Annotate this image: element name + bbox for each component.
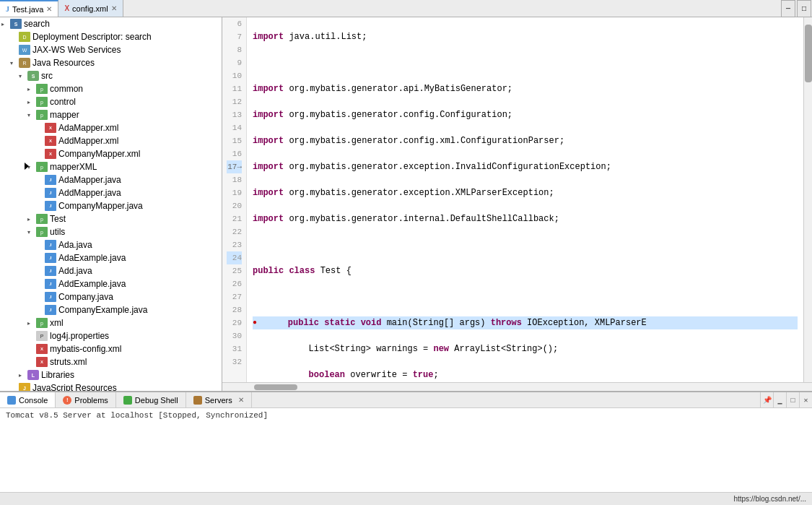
tree-item-label: common (50, 84, 83, 94)
tree-item-addmapper-xml[interactable]: X AddMapper.xml (0, 134, 222, 147)
tab-test-java[interactable]: J Test.java ✕ (0, 0, 58, 17)
tree-item-label: AdaMapper.xml (58, 123, 118, 133)
package-icon: p (36, 110, 48, 120)
horizontal-scrollbar[interactable] (222, 382, 812, 391)
tree-item-label: log4j.properties (50, 331, 109, 341)
tree-item-js-resources[interactable]: J JavaScript Resources (0, 381, 222, 391)
pin-button[interactable]: 📌 (760, 392, 773, 408)
tree-item-adaexample-java[interactable]: J AdaExample.java (0, 251, 222, 264)
tree-item-addexample-java[interactable]: J AddExample.java (0, 277, 222, 290)
tab-debug-shell[interactable]: Debug Shell (116, 392, 186, 407)
code-line-17: ● public static void main(String[] args)… (253, 316, 798, 329)
code-line-15: public class Test { (253, 264, 798, 277)
tree-item-libraries[interactable]: ▸ L Libraries (0, 368, 222, 381)
tab-servers[interactable]: Servers ✕ (186, 392, 252, 407)
tab-problems[interactable]: ! Problems (56, 392, 115, 407)
close-view-button[interactable]: ✕ (799, 392, 812, 408)
tree-item-add-java[interactable]: J Add.java (0, 264, 222, 277)
code-line-8: import org.mybatis.generator.api.MyBatis… (253, 82, 798, 95)
vscroll-thumb[interactable] (805, 25, 812, 82)
code-line-18: List<String> warnings = new ArrayList<St… (253, 342, 798, 355)
tree-item-label: xml (50, 318, 64, 328)
tree-item-companymapper-java[interactable]: J CompanyMapper.java (0, 199, 222, 212)
console-icon (7, 396, 16, 405)
tab-config-xml[interactable]: X config.xml ✕ (58, 0, 123, 17)
toggle-icon: ▾ (27, 112, 36, 118)
tree-item-xml[interactable]: ▸ p xml (0, 316, 222, 329)
tab-close-icon[interactable]: ✕ (111, 4, 117, 12)
maximize-view-button[interactable]: □ (786, 392, 799, 408)
tree-item-deployment[interactable]: D Deployment Descriptor: search (0, 30, 222, 43)
tree-item-adamapper-xml[interactable]: X AdaMapper.xml (0, 121, 222, 134)
tree-item-common[interactable]: ▸ p common (0, 82, 222, 95)
package-icon: p (36, 227, 48, 237)
code-line-7 (253, 56, 798, 69)
code-content[interactable]: import java.util.List; import org.mybati… (247, 17, 803, 382)
xml-file-icon: X (64, 4, 69, 12)
tree-item-mybatis-config[interactable]: X mybatis-config.xml (0, 342, 222, 355)
window-maximize-button[interactable]: □ (797, 0, 811, 17)
project-icon: S (10, 19, 22, 29)
tree-item-test[interactable]: ▸ p Test (0, 212, 222, 225)
minimize-view-button[interactable]: ▁ (773, 392, 786, 408)
tab-label: Servers (205, 396, 232, 405)
tree-item-struts-xml[interactable]: X struts.xml (0, 355, 222, 368)
tab-label: Test.java (12, 5, 43, 14)
bottom-panel: Console ! Problems Debug Shell Servers ✕… (0, 391, 812, 492)
toggle-icon: ▾ (19, 73, 27, 79)
code-line-16 (253, 290, 798, 303)
tree-item-label: CompanyExample.java (58, 305, 147, 315)
problems-icon: ! (63, 396, 71, 405)
tree-item-jaxws[interactable]: W JAX-WS Web Services (0, 43, 222, 56)
code-line-9: import org.mybatis.generator.config.Conf… (253, 108, 798, 121)
vertical-scrollbar[interactable] (803, 17, 812, 382)
java-icon: J (45, 188, 56, 198)
tree-item-label: JAX-WS Web Services (32, 45, 121, 55)
tree-item-adamapper-java[interactable]: J AdaMapper.java (0, 173, 222, 186)
tree-item-label: Libraries (41, 370, 74, 380)
package-icon: p (36, 214, 48, 224)
tab-close-icon[interactable]: ✕ (46, 5, 52, 13)
tree-item-company-java[interactable]: J Company.java (0, 290, 222, 303)
tree-item-label: Deployment Descriptor: search (32, 32, 152, 42)
debug-icon (123, 396, 132, 405)
editor-area: 6 7 8 9 10 11 12 13 14 15 16 17→ 18 19 2… (222, 17, 812, 391)
java-icon: J (45, 240, 56, 250)
tree-item-search[interactable]: ▸ S search (0, 17, 222, 30)
console-line: Tomcat v8.5 Server at localhost [Stopped… (6, 411, 806, 420)
hscroll-thumb[interactable] (254, 384, 297, 390)
java-icon: J (45, 201, 56, 211)
tree-item-label: search (24, 19, 50, 29)
tree-item-companyexample-java[interactable]: J CompanyExample.java (0, 303, 222, 316)
console-content: Tomcat v8.5 Server at localhost [Stopped… (0, 408, 812, 492)
tree-item-log4j[interactable]: P log4j.properties (0, 329, 222, 342)
toggle-icon: ▸ (1, 21, 10, 27)
code-container[interactable]: 6 7 8 9 10 11 12 13 14 15 16 17→ 18 19 2… (222, 17, 812, 382)
tree-item-label: struts.xml (50, 357, 87, 367)
tree-item-utils[interactable]: ▾ p utils (0, 225, 222, 238)
tree-item-addmapper-java[interactable]: J AddMapper.java (0, 186, 222, 199)
tree-item-mapper[interactable]: ▾ p mapper (0, 108, 222, 121)
java-icon: J (45, 305, 56, 315)
tree-item-label: AddMapper.xml (58, 136, 118, 146)
tree-item-label: CompanyMapper.xml (58, 149, 140, 159)
status-url: https://blog.csdn.net/... (733, 495, 806, 503)
toggle-icon: ▾ (27, 229, 36, 236)
tree-item-mapperxml[interactable]: ▾ p mapperXML (0, 160, 222, 173)
package-icon: p (36, 97, 48, 107)
toggle-icon: ▸ (19, 372, 27, 379)
tree-item-control[interactable]: ▸ p control (0, 95, 222, 108)
tab-console[interactable]: Console (0, 392, 56, 407)
tab-label: Debug Shell (135, 396, 178, 405)
window-minimize-button[interactable]: ─ (781, 0, 795, 17)
tree-item-label: mapperXML (50, 162, 97, 172)
tab-close-icon[interactable]: ✕ (238, 396, 244, 404)
tree-item-companymapper-xml[interactable]: X CompanyMapper.xml (0, 147, 222, 160)
tree-item-src[interactable]: ▾ S src (0, 69, 222, 82)
main-area: ▸ S search D Deployment Descriptor: sear… (0, 17, 812, 391)
tree-item-java-resources[interactable]: ▾ R Java Resources (0, 56, 222, 69)
java-file-icon: J (6, 5, 9, 13)
tree-item-ada-java[interactable]: J Ada.java (0, 238, 222, 251)
java-icon: J (45, 292, 56, 302)
tree-item-label: CompanyMapper.java (58, 201, 143, 211)
